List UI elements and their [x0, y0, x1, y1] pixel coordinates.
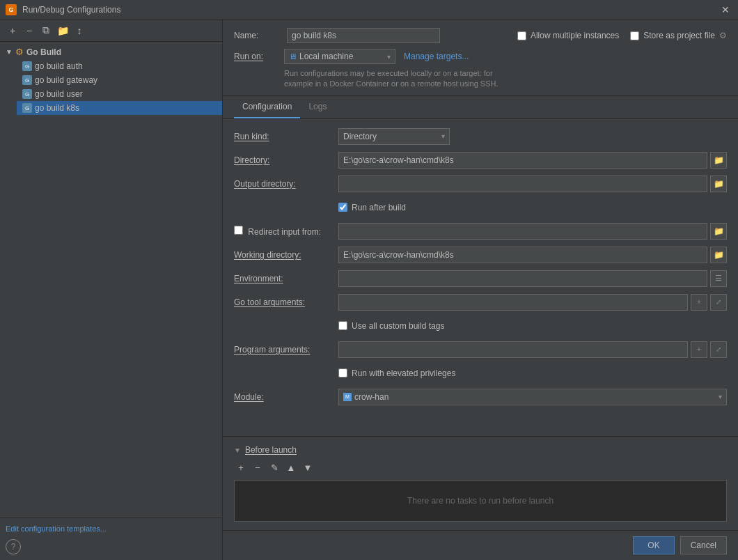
elevated-privileges-field: Run with elevated privileges: [338, 368, 455, 378]
custom-build-tags-field: Use all custom build tags: [338, 321, 444, 331]
name-label: Name:: [234, 31, 276, 40]
run-after-build-row: Run after build: [234, 199, 727, 217]
close-button[interactable]: ✕: [719, 3, 732, 17]
output-dir-label: Output directory:: [234, 179, 338, 189]
run-kind-label: Run kind:: [234, 132, 338, 141]
tab-logs[interactable]: Logs: [300, 96, 335, 118]
before-launch-remove-button[interactable]: −: [251, 460, 265, 474]
run-on-select[interactable]: 🖥 Local machine ▾: [284, 49, 395, 64]
ok-button[interactable]: OK: [633, 536, 674, 554]
allow-multiple-label: Allow multiple instances: [531, 31, 619, 40]
module-chevron-icon: ▾: [719, 393, 722, 400]
tree-item-user[interactable]: G go build user: [17, 87, 222, 101]
add-config-button[interactable]: +: [6, 24, 19, 38]
store-gear-icon[interactable]: ⚙: [719, 31, 727, 40]
right-header: Name: Allow multiple instances Store as …: [223, 20, 738, 96]
output-dir-browse-button[interactable]: 📁: [710, 176, 727, 192]
store-as-project-label: Store as project file: [643, 31, 715, 40]
program-args-label: Program arguments:: [234, 345, 338, 355]
sort-button[interactable]: ↕: [72, 24, 86, 38]
elevated-privileges-checkbox[interactable]: [338, 368, 347, 378]
local-machine-text: Local machine: [299, 52, 353, 61]
elevated-privileges-control: Run with elevated privileges: [338, 368, 727, 378]
go-tool-args-expand-button[interactable]: ⤢: [710, 294, 727, 311]
run-kind-select[interactable]: Directory ▾: [338, 128, 450, 145]
program-args-add-button[interactable]: +: [691, 341, 707, 358]
name-row: Name: Allow multiple instances Store as …: [234, 28, 727, 43]
edit-templates-link[interactable]: Edit configuration templates...: [6, 524, 107, 533]
custom-build-tags-control: Use all custom build tags: [338, 321, 727, 331]
program-args-expand-button[interactable]: ⤢: [710, 341, 727, 358]
custom-build-tags-checkbox[interactable]: [338, 321, 347, 330]
redirect-input-field[interactable]: [338, 223, 707, 240]
before-launch-up-button[interactable]: ▲: [284, 460, 298, 474]
manage-targets-link[interactable]: Manage targets...: [404, 52, 469, 61]
run-kind-control: Directory ▾: [338, 128, 727, 145]
allow-multiple-row: Allow multiple instances: [517, 31, 619, 40]
before-launch-edit-button[interactable]: ✎: [267, 460, 281, 474]
config-item-icon: G: [22, 103, 32, 113]
run-on-chevron-icon: ▾: [387, 53, 391, 61]
copy-config-button[interactable]: ⧉: [39, 24, 53, 38]
program-args-control: + ⤢: [338, 341, 727, 358]
working-dir-input[interactable]: [338, 247, 707, 263]
title-bar: G Run/Debug Configurations ✕: [0, 0, 738, 20]
help-button[interactable]: ?: [6, 539, 21, 554]
bottom-bar: OK Cancel: [223, 530, 738, 560]
tree-group-label[interactable]: ▼ ⚙ Go Build: [0, 45, 222, 59]
working-dir-control: 📁: [338, 247, 727, 263]
folder-button[interactable]: 📁: [56, 24, 70, 38]
redirect-input-checkbox[interactable]: [234, 226, 243, 235]
before-launch-content: There are no tasks to run before launch: [234, 480, 727, 522]
working-dir-browse-button[interactable]: 📁: [710, 247, 727, 263]
module-select[interactable]: M crow-han ▾: [338, 389, 727, 405]
config-item-icon: G: [22, 89, 32, 99]
run-hint: Run configurations may be executed local…: [234, 68, 727, 90]
redirect-input-row: Redirect input from: 📁: [234, 222, 727, 240]
environment-input[interactable]: [338, 270, 707, 287]
go-tool-args-row: Go tool arguments: + ⤢: [234, 293, 727, 311]
redirect-browse-button[interactable]: 📁: [710, 223, 727, 240]
tree-item-label: go build k8s: [35, 103, 79, 113]
go-tool-args-label: Go tool arguments:: [234, 297, 338, 307]
run-after-build-checkbox[interactable]: [338, 203, 347, 212]
go-tool-args-control: + ⤢: [338, 294, 727, 311]
environment-edit-button[interactable]: ☰: [710, 270, 727, 287]
run-after-build-label: Run after build: [352, 203, 406, 212]
go-tool-args-add-button[interactable]: +: [691, 294, 707, 311]
no-tasks-text: There are no tasks to run before launch: [407, 496, 554, 506]
output-dir-row: Output directory: 📁: [234, 175, 727, 193]
custom-build-tags-label: Use all custom build tags: [352, 321, 444, 331]
before-launch-down-button[interactable]: ▼: [301, 460, 315, 474]
tab-configuration[interactable]: Configuration: [234, 96, 300, 118]
run-on-label: Run on:: [234, 52, 276, 61]
allow-multiple-checkbox[interactable]: [517, 31, 526, 40]
directory-browse-button[interactable]: 📁: [710, 152, 727, 169]
directory-input[interactable]: [338, 152, 707, 169]
tree-item-auth[interactable]: G go build auth: [17, 59, 222, 73]
tree-item-k8s[interactable]: G go build k8s: [17, 101, 222, 115]
tree-expand-icon: ▼: [6, 48, 13, 56]
tree-item-gateway[interactable]: G go build gateway: [17, 73, 222, 87]
store-as-project-checkbox[interactable]: [630, 31, 639, 40]
output-dir-input[interactable]: [338, 176, 707, 192]
module-icon: M: [343, 393, 352, 401]
tree-item-label: go build auth: [35, 61, 83, 71]
tree-item-label: go build user: [35, 89, 83, 99]
before-launch-toggle[interactable]: ▼: [234, 446, 241, 454]
header-right-options: Allow multiple instances Store as projec…: [517, 31, 727, 40]
tree-item-label: go build gateway: [35, 75, 97, 85]
go-tool-args-input[interactable]: [338, 294, 688, 311]
name-input[interactable]: [287, 28, 440, 43]
remove-config-button[interactable]: −: [22, 24, 36, 38]
left-bottom: Edit configuration templates... ?: [0, 518, 222, 560]
cancel-button[interactable]: Cancel: [680, 536, 727, 554]
before-launch-add-button[interactable]: +: [234, 460, 248, 474]
config-item-icon: G: [22, 75, 32, 85]
module-row: Module: M crow-han ▾: [234, 388, 727, 406]
config-area: Run kind: Directory ▾ Directory: 📁 O: [223, 119, 738, 436]
custom-build-tags-row: Use all custom build tags: [234, 317, 727, 335]
program-args-input[interactable]: [338, 341, 688, 358]
module-control: M crow-han ▾: [338, 389, 727, 405]
environment-label: Environment:: [234, 274, 338, 283]
